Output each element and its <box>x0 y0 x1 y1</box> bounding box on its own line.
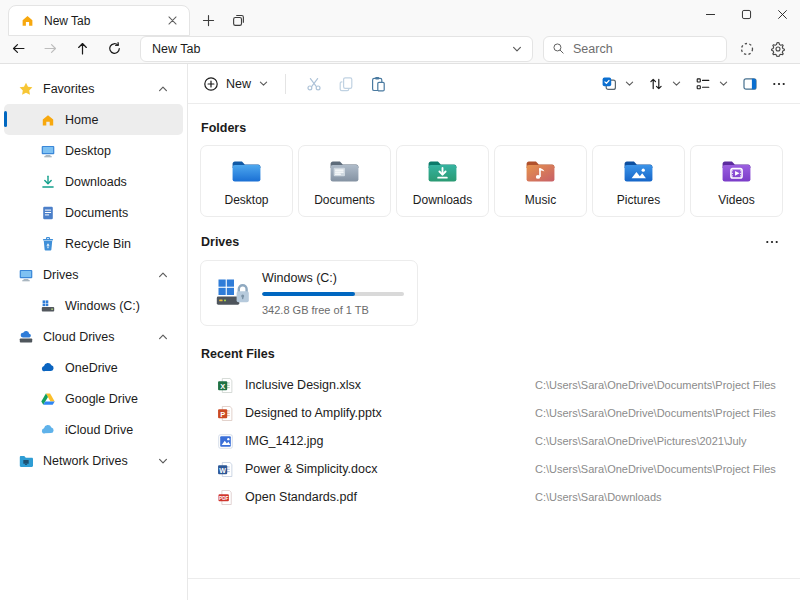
drive-name: Windows (C:) <box>262 271 404 285</box>
folders-title: Folders <box>201 121 246 135</box>
drives-more-icon[interactable] <box>764 234 780 250</box>
paste-button[interactable] <box>363 69 393 99</box>
folder-card-videos[interactable]: Videos <box>690 145 783 217</box>
address-bar[interactable]: New Tab <box>140 36 533 62</box>
sidebar-item-documents[interactable]: Documents <box>4 197 183 228</box>
new-dropdown-icon <box>258 78 269 89</box>
file-row-designed-to-amplify-pptx[interactable]: P Designed to Amplify.pptx C:\Users\Sara… <box>200 399 787 427</box>
sidebar-item-label: OneDrive <box>65 361 118 375</box>
folder-music-icon <box>523 155 558 188</box>
folder-card-desktop[interactable]: Desktop <box>200 145 293 217</box>
sidebar-item-label: Desktop <box>65 144 111 158</box>
file-row-inclusive-design-xlsx[interactable]: X Inclusive Design.xlsx C:\Users\Sara\On… <box>200 371 787 399</box>
select-button[interactable] <box>601 76 635 92</box>
sidebar-section-label: Network Drives <box>43 454 157 468</box>
file-path: C:\Users\Sara\OneDrive\Documents\Project… <box>535 379 776 391</box>
file-image-icon <box>217 433 234 450</box>
dashed-circle-icon[interactable] <box>739 41 755 57</box>
drive-card-windows-c[interactable]: Windows (C:) 342.8 GB free of 1 TB <box>200 260 418 326</box>
sidebar-item-home[interactable]: Home <box>4 104 183 135</box>
file-pdf-icon: PDF <box>217 489 234 506</box>
sidebar-item-downloads[interactable]: Downloads <box>4 166 183 197</box>
maximize-button[interactable] <box>728 0 764 29</box>
back-button[interactable] <box>3 36 33 61</box>
cut-button[interactable] <box>299 69 329 99</box>
drives-title: Drives <box>201 235 239 249</box>
folders-row: Desktop Documents Downloads Music Pictur… <box>200 145 787 217</box>
drive-usage-bar <box>262 292 404 296</box>
minimize-button[interactable] <box>692 0 728 29</box>
file-row-img-1412-jpg[interactable]: IMG_1412.jpg C:\Users\Sara\OneDrive\Pict… <box>200 427 787 455</box>
new-tab-button[interactable] <box>196 8 220 32</box>
details-pane-button[interactable] <box>742 76 758 92</box>
sidebar-item-recycle-bin[interactable]: Recycle Bin <box>4 228 183 259</box>
forward-button[interactable] <box>35 36 65 61</box>
address-dropdown-icon[interactable] <box>511 43 523 55</box>
tab-list-button[interactable] <box>226 8 250 32</box>
titlebar: New Tab <box>0 0 800 36</box>
file-name: Power & Simplicity.docx <box>245 462 535 476</box>
recent-files-list: X Inclusive Design.xlsx C:\Users\Sara\On… <box>200 371 787 511</box>
new-button[interactable]: New <box>200 76 272 92</box>
sidebar-section-network-drives[interactable]: Network Drives <box>4 445 183 476</box>
folder-card-music[interactable]: Music <box>494 145 587 217</box>
sidebar-item-google-drive[interactable]: Google Drive <box>4 383 183 414</box>
chevron-up-icon[interactable] <box>157 269 169 281</box>
sidebar-item-label: Downloads <box>65 175 127 189</box>
plus-icon <box>201 13 216 28</box>
file-word-icon: W <box>217 461 234 478</box>
google-drive-icon <box>40 391 56 407</box>
close-button[interactable] <box>764 0 800 29</box>
cloud-drive-icon <box>18 329 34 345</box>
home-icon <box>20 13 35 28</box>
folder-desktop-icon <box>229 155 264 188</box>
folder-card-pictures[interactable]: Pictures <box>592 145 685 217</box>
sidebar-item-label: Recycle Bin <box>65 237 131 251</box>
folder-card-documents[interactable]: Documents <box>298 145 391 217</box>
folder-card-label: Desktop <box>224 193 268 207</box>
download-icon <box>40 174 56 190</box>
star-icon <box>18 81 34 97</box>
folder-pictures-icon <box>621 155 656 188</box>
sidebar-section-drives[interactable]: Drives <box>4 259 183 290</box>
folder-card-downloads[interactable]: Downloads <box>396 145 489 217</box>
recent-section-header: Recent Files <box>201 347 786 361</box>
see-more-button[interactable] <box>771 76 787 92</box>
view-button[interactable] <box>695 76 729 92</box>
chevron-down-icon[interactable] <box>157 455 169 467</box>
svg-text:X: X <box>220 381 225 390</box>
address-text: New Tab <box>152 42 511 56</box>
sidebar-item-icloud-drive[interactable]: iCloud Drive <box>4 414 183 445</box>
sidebar-section-favorites[interactable]: Favorites <box>4 73 183 104</box>
view-dropdown-icon <box>718 78 729 89</box>
home-view: Folders Desktop Documents Downloads Musi… <box>188 104 800 578</box>
sidebar-item-desktop[interactable]: Desktop <box>4 135 183 166</box>
search-icon <box>552 42 565 55</box>
tab-new-tab[interactable]: New Tab <box>8 5 190 36</box>
toolbar-right <box>588 76 787 92</box>
sidebar: Favorites Home Desktop Downloads Documen… <box>0 64 188 600</box>
sidebar-item-windows-c[interactable]: Windows (C:) <box>4 290 183 321</box>
chevron-up-icon[interactable] <box>157 83 169 95</box>
select-dropdown-icon <box>624 78 635 89</box>
tabs-icon <box>231 13 246 28</box>
sidebar-item-onedrive[interactable]: OneDrive <box>4 352 183 383</box>
refresh-button[interactable] <box>99 36 129 61</box>
file-row-open-standards-pdf[interactable]: PDF Open Standards.pdf C:\Users\Sara\Dow… <box>200 483 787 511</box>
main-area: Favorites Home Desktop Downloads Documen… <box>0 64 800 600</box>
file-path: C:\Users\Sara\Downloads <box>535 491 662 503</box>
bitlocker-drive-icon <box>214 277 251 310</box>
sidebar-section-cloud-drives[interactable]: Cloud Drives <box>4 321 183 352</box>
sidebar-item-label: Windows (C:) <box>65 299 140 313</box>
drives-section-header: Drives <box>201 234 786 250</box>
search-placeholder: Search <box>573 42 613 56</box>
copy-button[interactable] <box>331 69 361 99</box>
up-button[interactable] <box>67 36 97 61</box>
search-box[interactable]: Search <box>543 36 727 62</box>
tab-close-icon[interactable] <box>165 13 180 28</box>
chevron-up-icon[interactable] <box>157 331 169 343</box>
file-row-power-simplicity-docx[interactable]: W Power & Simplicity.docx C:\Users\Sara\… <box>200 455 787 483</box>
network-drive-icon <box>18 453 34 469</box>
settings-gear-icon[interactable] <box>770 41 786 57</box>
sort-button[interactable] <box>648 76 682 92</box>
